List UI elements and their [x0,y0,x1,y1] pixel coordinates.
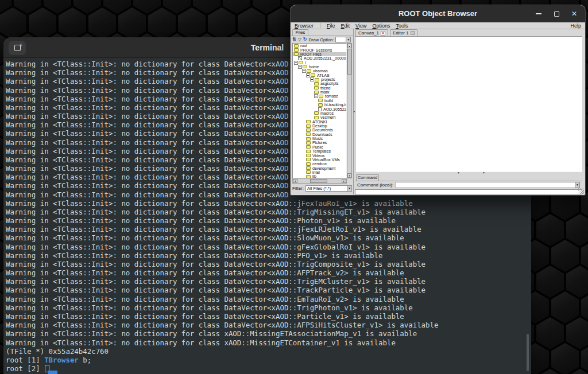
splitter-mark-icon: ▼ [457,171,460,174]
menu-item-edit[interactable]: Edit [341,23,350,29]
refresh-icon[interactable]: ↻ [303,37,307,42]
scroll-right-icon[interactable]: ► [342,179,346,183]
tree-item-label: cernbox [312,162,327,166]
tree-item-label: mark [320,90,330,94]
tree-item[interactable]: Public [293,145,346,149]
scrollbar-thumb[interactable] [310,179,327,183]
tree-item[interactable]: cernbox [293,162,346,166]
folder-icon [294,52,299,56]
tree-item-label: PROOF Sessions [300,48,332,52]
tree-item[interactable]: Documents [293,128,346,132]
scroll-left-icon[interactable]: ◄ [293,179,297,183]
terminal-line: root [1] TBrowser b; [6,356,531,364]
collapse-icon[interactable] [298,65,302,69]
tree-item[interactable]: ATLAS [293,73,346,77]
tree-item[interactable]: mark [293,90,346,94]
tree-item[interactable]: friend [293,86,346,90]
tree-item[interactable]: Pictures [293,141,346,145]
collapse-icon[interactable] [314,94,318,98]
tree-item[interactable]: intel [293,170,346,174]
tree-item-label: asgscripts [320,81,339,85]
collapse-icon[interactable] [310,77,314,81]
folder-icon [306,124,311,128]
close-tab-icon[interactable]: ✕ [381,31,385,36]
filter-icon[interactable]: ▽ [298,37,301,42]
tree-vertical-scrollbar[interactable]: ▲ ▼ [347,43,352,178]
tree-item[interactable]: home [293,65,346,69]
menu-item-help[interactable]: Help [570,23,581,29]
menu-item-view[interactable]: View [355,23,366,29]
tree-item[interactable]: root [293,44,346,48]
tree-item-label: macros [320,111,334,115]
menu-item-file[interactable]: File [327,23,335,29]
tree-item[interactable]: PROOF Sessions [293,48,346,52]
sort-icon[interactable]: ⇅ [292,37,296,42]
collapse-icon[interactable] [302,69,306,73]
canvas-area[interactable] [355,36,582,172]
tree-item-label: / [304,61,307,65]
tab-canvas-1[interactable]: Canvas_1 ✕ [355,29,388,36]
tree-item-label: projects [320,77,336,81]
hexagon-tile [536,214,564,246]
close-button[interactable]: ✕ [571,10,578,17]
tree-item[interactable]: Downloads [293,133,346,137]
folder-icon [306,145,311,149]
collapse-icon[interactable] [306,73,310,77]
tree-item[interactable]: Templates [293,149,346,153]
resize-grip[interactable] [578,188,584,194]
tree-item[interactable]: ATONKI [293,119,346,123]
hexagon-tile [551,291,579,324]
draw-option-select[interactable]: ▼ [335,37,351,42]
chevron-down-icon[interactable]: ▼ [575,182,579,188]
tree-item[interactable]: lib [293,174,346,178]
folder-icon [306,133,311,136]
tree-item[interactable]: Desktop [293,124,346,128]
tree-item[interactable]: macros [293,111,346,115]
tab-files[interactable]: Files [292,29,308,36]
menu-item-browser[interactable]: Browser [295,23,314,29]
tree-item[interactable]: hi-tracking-in-maste [293,103,346,107]
filter-select[interactable]: All Files (*.*) ▼ [305,185,352,192]
tree-item[interactable]: vissmaa [293,69,346,73]
tab-editor-1[interactable]: Editor 1 [390,29,417,36]
minimize-button[interactable] [535,10,542,17]
tree-item[interactable]: build [293,99,346,103]
tree-item[interactable]: tomasz [293,94,346,98]
scrollbar-thumb[interactable] [347,49,351,75]
collapse-icon[interactable] [294,61,298,65]
menu-item-options[interactable]: Options [372,23,390,29]
folder-icon [306,120,311,123]
tree-item[interactable]: Videos [293,153,346,157]
tree-item[interactable]: vecmem [293,115,346,119]
tree-item[interactable]: development [293,166,346,170]
scroll-up-icon[interactable]: ▲ [347,44,351,48]
tree-item[interactable]: Music [293,137,346,141]
folder-icon [314,111,319,115]
hexagon-tile [29,7,56,40]
horizontal-splitter[interactable]: ▼ ▼ [355,172,582,174]
tree-item[interactable]: / [293,60,346,64]
tab-command[interactable]: Command [356,174,379,181]
terminal-scrollbar-thumb[interactable] [527,334,529,371]
command-input[interactable]: ▼ [396,182,580,188]
tree-item-label: Downloads [312,133,333,137]
menu-item-tools[interactable]: Tools [396,23,408,29]
browser-titlebar[interactable]: ROOT Object Browser ✕ [291,5,585,22]
tree-item-label: root [300,44,308,48]
tree-item[interactable]: AOD.30552231._000001.pool.root.1 [293,56,346,60]
terminal-line: Warning in <TClass::Init>: no dictionary… [6,208,531,216]
chevron-down-icon[interactable]: ▼ [347,186,351,191]
terminal-line: Warning in <TClass::Init>: no dictionary… [6,199,531,208]
tree-horizontal-scrollbar[interactable]: ◄ ► [292,178,347,184]
tree-item[interactable]: ROOT Files [293,52,346,56]
terminal-line: Warning in <TClass::Init>: no dictionary… [6,225,531,233]
scroll-down-icon[interactable]: ▼ [347,173,351,178]
chevron-down-icon[interactable]: ▼ [346,37,350,42]
tree-item[interactable]: VirtualBox VMs [293,158,346,162]
tree-item[interactable]: AOD.30552231._0 [293,107,346,111]
tree-item[interactable]: asgscripts [293,81,346,85]
tree-item[interactable]: projects [293,77,346,81]
command-output-area[interactable] [355,189,582,195]
command-row: Command (local): ▼ [355,181,582,189]
maximize-button[interactable] [553,10,560,17]
